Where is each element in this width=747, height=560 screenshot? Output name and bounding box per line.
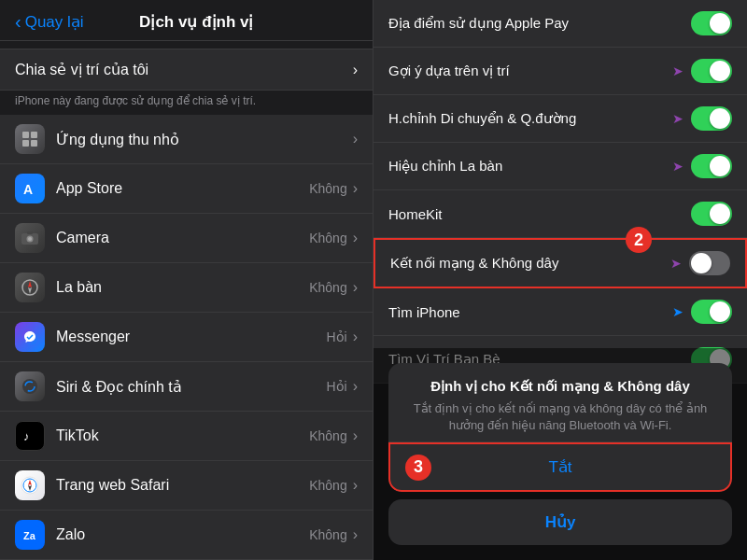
list-item[interactable]: Camera Không › <box>0 214 373 263</box>
app-status-appstore: Không <box>309 181 346 196</box>
svg-rect-3 <box>31 140 37 147</box>
toggle-homekit[interactable] <box>691 202 732 226</box>
svg-text:Za: Za <box>23 530 36 541</box>
popup-card: Định vị cho Kết nối mạng & Không dây Tắt… <box>388 363 732 492</box>
list-item[interactable]: Za Zalo Không › <box>0 511 373 560</box>
toggle-apple-pay[interactable] <box>691 11 732 35</box>
app-icon-camera <box>15 223 45 253</box>
right-item-tim-iphone[interactable]: Tìm iPhone ➤ <box>374 288 747 336</box>
app-status-labang: Không <box>309 280 346 295</box>
toggle-tim-iphone[interactable] <box>691 300 732 324</box>
app-name-messenger: Messenger <box>56 329 326 345</box>
right-item-goiy[interactable]: Gợi ý dựa trên vị trí ➤ <box>374 48 747 95</box>
back-button[interactable]: ‹ Quay lại <box>15 11 84 33</box>
app-icon-appstore: A <box>15 174 45 203</box>
svg-marker-10 <box>28 281 32 287</box>
toggle-ketnoi[interactable] <box>689 251 730 275</box>
svg-rect-0 <box>22 132 29 138</box>
list-item[interactable]: A App Store Không › <box>0 164 373 214</box>
step3-badge: 3 <box>405 455 431 481</box>
location-arrow-icon: ➤ <box>672 63 684 78</box>
popup-tat-label: Tắt <box>548 458 571 476</box>
list-item[interactable]: ♪ TikTok Không › <box>0 412 373 461</box>
app-status-zalo: Không <box>309 527 346 542</box>
app-status-tiktok: Không <box>309 428 346 443</box>
app-icon-tiktok: ♪ <box>15 421 45 451</box>
chevron-right-icon: › <box>353 230 358 246</box>
chevron-right-icon: › <box>353 329 358 345</box>
app-status-messenger: Hỏi <box>326 329 346 344</box>
svg-text:♪: ♪ <box>23 429 30 443</box>
chevron-right-icon: › <box>353 131 358 147</box>
location-arrow-ketnoi-icon: ➤ <box>670 256 682 271</box>
location-arrow-hchinh-icon: ➤ <box>672 111 684 126</box>
toggle-hieuchinh[interactable] <box>691 154 732 178</box>
popup-tat-button[interactable]: Tắt 3 <box>388 442 732 492</box>
svg-point-7 <box>28 237 32 241</box>
app-icon-messenger <box>15 322 45 352</box>
svg-rect-2 <box>22 140 29 147</box>
app-name-appstore: App Store <box>56 180 309 197</box>
right-label-ketnoi: Kết nối mạng & Không dây <box>390 255 670 272</box>
app-name-camera: Camera <box>56 230 309 246</box>
app-name-siri: Siri & Đọc chính tả <box>56 378 326 396</box>
right-label-goiy: Gợi ý dựa trên vị trí <box>388 63 672 79</box>
right-item-hieuchinh[interactable]: Hiệu chỉnh La bàn ➤ <box>374 143 747 190</box>
toggle-hchinh[interactable] <box>691 106 732 131</box>
chevron-right-icon: › <box>353 427 358 444</box>
popup-overlay: Định vị cho Kết nối mạng & Không dây Tắt… <box>374 348 747 560</box>
list-item[interactable]: Ứng dụng thu nhỏ › <box>0 115 373 164</box>
app-status-camera: Không <box>309 231 346 245</box>
chevron-right-icon: › <box>353 477 358 494</box>
share-location-item[interactable]: Chia sẻ vị trí của tôi › <box>0 49 373 91</box>
toggle-goiy[interactable] <box>691 59 732 83</box>
right-item-apple-pay[interactable]: Địa điểm sử dụng Apple Pay <box>374 0 747 48</box>
list-item[interactable]: La bàn Không › <box>0 263 373 313</box>
right-label-homekit: HomeKit <box>388 206 691 222</box>
page-title: Dịch vụ định vị <box>92 12 302 32</box>
popup-header: Định vị cho Kết nối mạng & Không dây Tắt… <box>388 363 732 441</box>
location-arrow-hieuchinh-icon: ➤ <box>672 159 684 174</box>
left-panel: ‹ Quay lại Dịch vụ định vị Chia sẻ vị tr… <box>0 0 374 560</box>
list-item[interactable]: Trang web Safari Không › <box>0 461 373 511</box>
chevron-right-icon: › <box>353 378 358 395</box>
popup-cancel-button[interactable]: Hủy <box>388 499 732 545</box>
app-icon-labang <box>15 273 45 302</box>
location-arrow-blue-icon: ➤ <box>672 304 684 319</box>
list-item[interactable]: Siri & Đọc chính tả Hỏi › <box>0 362 373 412</box>
app-status-safari: Không <box>309 478 346 493</box>
svg-rect-1 <box>31 132 37 138</box>
right-panel: Địa điểm sử dụng Apple Pay Gợi ý dựa trê… <box>374 0 747 560</box>
step2-badge: 2 <box>626 227 652 253</box>
app-name-safari: Trang web Safari <box>56 477 309 494</box>
app-status-siri: Hỏi <box>326 379 346 394</box>
share-subtitle: iPhone này đang được sử dụng để chia sẻ … <box>0 91 373 115</box>
chevron-right-icon: › <box>353 62 358 78</box>
back-chevron-icon: ‹ <box>15 11 21 33</box>
app-icon-thu-nho <box>15 124 45 154</box>
chevron-right-icon: › <box>353 180 358 197</box>
svg-point-17 <box>21 477 38 494</box>
right-label-apple-pay: Địa điểm sử dụng Apple Pay <box>388 15 691 32</box>
right-item-hchinh[interactable]: H.chỉnh Di chuyển & Q.đường ➤ <box>374 95 747 143</box>
app-icon-zalo: Za <box>15 520 45 550</box>
right-item-ketnoimage[interactable]: Kết nối mạng & Không dây ➤ 2 <box>374 238 747 288</box>
app-name-zalo: Zalo <box>56 526 309 543</box>
right-label-hieuchinh: Hiệu chỉnh La bàn <box>388 158 672 175</box>
app-icon-safari <box>15 470 45 500</box>
app-name-tiktok: TikTok <box>56 427 309 444</box>
apps-list: Ứng dụng thu nhỏ › A App Store Không › C… <box>0 115 373 560</box>
svg-marker-11 <box>28 287 32 294</box>
popup-cancel-label: Hủy <box>545 513 576 531</box>
share-location-label: Chia sẻ vị trí của tôi <box>15 61 148 78</box>
popup-title: Định vị cho Kết nối mạng & Không dây <box>403 378 717 395</box>
svg-text:A: A <box>23 182 33 197</box>
svg-rect-8 <box>27 231 33 234</box>
app-name-labang: La bàn <box>56 279 309 296</box>
chevron-right-icon: › <box>353 526 358 543</box>
list-item[interactable]: Messenger Hỏi › <box>0 313 373 362</box>
right-item-homekit[interactable]: HomeKit <box>374 190 747 238</box>
chevron-right-icon: › <box>353 279 358 296</box>
app-icon-siri <box>15 371 45 401</box>
popup-description: Tắt định vị cho kết nối mạng và không dâ… <box>403 400 717 434</box>
